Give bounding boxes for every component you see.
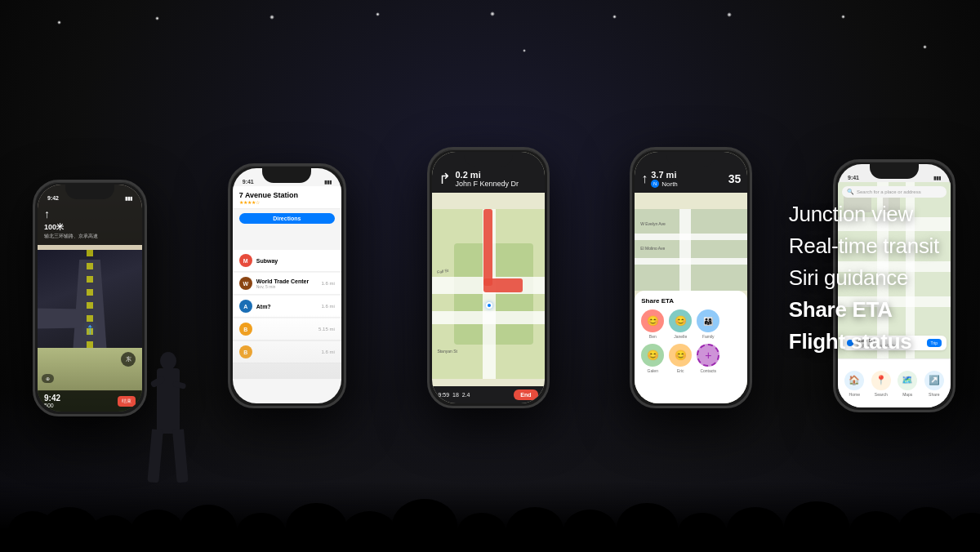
feature-flight-status: Flight status [789, 326, 939, 358]
contacts-row-1: 😊 Ben 😊 Janelle 👨‍👩‍👧 [641, 309, 741, 339]
search-icon: 📍 [871, 371, 891, 390]
phone5-bottom-bar: 🏠 Home 📍 Search 🗺️ Maps ↗️ Share [838, 358, 951, 407]
share-eta-title: Share ETA [641, 297, 741, 305]
phone3-bottom: 9:59 18 2.4 End [432, 386, 545, 403]
share-icon: ↗️ [924, 371, 944, 390]
contact-contacts-label: Contacts [700, 368, 716, 373]
home-icon: 🏠 [844, 371, 864, 390]
time-5: 9:41 [848, 175, 859, 180]
station-stars: ★★★★☆ [239, 199, 335, 205]
phone3-clock: 9:59 [439, 392, 450, 398]
phone3-end-btn[interactable]: End [514, 390, 537, 400]
contact-eric-label: Eric [677, 368, 684, 373]
time-2: 9:41 [243, 179, 254, 185]
maps-label: Maps [902, 392, 912, 397]
audience-head-10 [457, 513, 506, 552]
audience-head-9 [392, 499, 457, 552]
turn-arrow-3: ↱ [439, 170, 451, 188]
phone3-map: Fall St Stanyan St [432, 209, 545, 379]
notch-2 [262, 168, 311, 183]
bottom-icon-share[interactable]: ↗️ Share [924, 371, 944, 397]
audience-head-12 [564, 510, 617, 552]
contact-contacts[interactable]: + Contacts [697, 344, 719, 373]
audience-head-16 [784, 501, 849, 552]
contact-galen[interactable]: 😊 Galen [641, 344, 664, 373]
signal-5: ▮▮▮ [933, 175, 941, 180]
phone3-eta: 18 [452, 392, 459, 398]
phone1-dist: 500 [44, 403, 60, 408]
phone4-speed: 35 [728, 172, 742, 185]
signal-2: ▮▮▮ [324, 179, 332, 185]
audience-area [0, 483, 980, 552]
phone-share-eta: ↑ 3.7 mi N North 35 [630, 147, 752, 408]
bottom-icon-search[interactable]: 📍 Search [871, 371, 891, 397]
audience-head-6 [237, 513, 286, 552]
phone-junction-view: 9:42 ▮▮▮ ↑ 100米 辅北三环辅路、京承高速 ↑ [33, 180, 147, 416]
phone4-map: W Evelyn Ave El Molino Ave [635, 209, 747, 291]
presenter-silhouette [145, 352, 190, 483]
audience-head-15 [727, 507, 784, 552]
phone1-end-btn[interactable]: 结束 [118, 396, 136, 407]
share-eta-panel: Share ETA 😊 Ben 😊 Janelle [635, 291, 747, 403]
audience-head-11 [506, 507, 564, 552]
notch-1 [65, 185, 114, 199]
phone1-bottom-bar: 9:42 500 结束 [38, 390, 142, 412]
contact-eric[interactable]: 😊 Eric [669, 344, 692, 373]
transit-name-a: Atm? [256, 304, 322, 309]
phone-transit: 9:41 ▮▮▮ 7 Avenue Station ★★★★☆ Directio… [228, 163, 346, 408]
audience-head-5 [180, 505, 237, 552]
phone4-direction: North [662, 180, 678, 188]
phone3-miles: 2.4 [462, 392, 470, 398]
feature-junction-view: Junction view [789, 198, 939, 230]
contact-janelle[interactable]: 😊 Janelle [669, 309, 692, 339]
list-item: W World Trade Center Nov, 5 min 1.6 mi [233, 273, 341, 295]
nav-street-1: 辅北三环辅路、京承高速 [44, 233, 136, 240]
transit-icon-subway: M [239, 254, 252, 267]
nav-street-3: John F Kennedy Dr [456, 180, 519, 188]
transit-name-subway: Subway [256, 258, 335, 264]
signal-1: ▮▮▮ [125, 195, 132, 201]
transit-icon-a: A [239, 300, 252, 313]
feature-siri-guidance: Siri guidance [789, 262, 939, 294]
transit-time-a: 1.6 mi [321, 304, 334, 309]
nav-arrow-1: ↑ [44, 207, 136, 220]
feature-realtime-transit: Real-time transit [789, 230, 939, 262]
contact-galen-label: Galen [648, 368, 658, 373]
feature-list: Junction view Real-time transit Siri gui… [789, 198, 939, 358]
nav-distance-1: 100米 [44, 222, 136, 233]
share-label: Share [929, 392, 939, 397]
audience-head-13 [617, 503, 678, 552]
time-1: 9:42 [47, 195, 59, 201]
phone4-distance: 3.7 mi [651, 170, 678, 180]
junction-3d: ↑ [38, 250, 142, 348]
contacts-row-2: 😊 Galen 😊 Eric + Contacts [641, 344, 741, 373]
station-name: 7 Avenue Station [239, 191, 335, 199]
contact-janelle-label: Janelle [674, 334, 687, 339]
audience-head-14 [678, 513, 727, 552]
transit-name-wtc: World Trade Center [256, 278, 322, 284]
phone-navigation: ↱ 0.2 mi John F Kennedy Dr [427, 147, 550, 408]
nav-header-1: ↑ 100米 辅北三环辅路、京承高速 [38, 203, 142, 245]
list-item: M Subway [233, 250, 341, 272]
phone3-time-info: 9:59 18 2.4 [439, 392, 470, 398]
audience-head-3 [90, 515, 135, 552]
phone1-time: 9:42 [44, 394, 60, 403]
transit-sub-wtc: Nov, 5 min [256, 284, 322, 289]
notch-5 [870, 164, 919, 179]
transit-time-wtc: 1.6 mi [321, 281, 334, 286]
contact-family[interactable]: 👨‍👩‍👧 Family [697, 309, 719, 339]
search-bar[interactable]: 🔍 Search for a place or address [842, 186, 947, 198]
directions-btn[interactable]: Directions [239, 213, 335, 224]
maps-icon: 🗺️ [898, 371, 917, 390]
transit-icon-wtc: W [239, 277, 252, 290]
search-placeholder: Search for a place or address [857, 189, 921, 194]
notch-4 [666, 152, 715, 167]
phone2-header: 7 Avenue Station ★★★★☆ [233, 186, 341, 209]
contact-family-label: Family [702, 334, 715, 339]
audience-head-17 [849, 511, 902, 552]
nav-dist-3: 0.2 mi [456, 170, 519, 180]
contact-ben[interactable]: 😊 Ben [641, 309, 664, 339]
home-label: Home [849, 392, 860, 397]
bottom-icon-map[interactable]: 🗺️ Maps [898, 371, 917, 397]
bottom-icon-home[interactable]: 🏠 Home [844, 371, 864, 397]
